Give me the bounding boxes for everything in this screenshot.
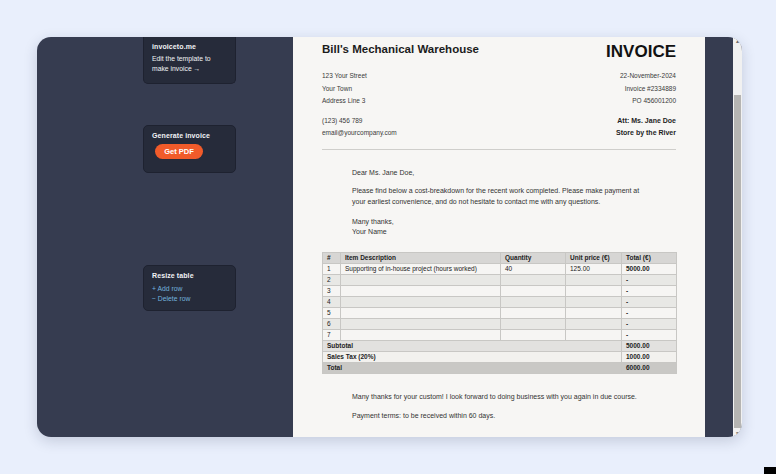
cell-total[interactable]: - [622, 285, 677, 296]
cell-desc[interactable] [341, 329, 501, 340]
sales-tax-row: Sales Tax (20%)1000.00 [323, 351, 677, 362]
table-row: 5- [323, 307, 677, 318]
cell-desc[interactable] [341, 307, 501, 318]
company-contact-block[interactable]: (123) 456 789 email@yourcompany.com [322, 115, 397, 139]
cell-num[interactable]: 7 [323, 329, 341, 340]
total-row-label[interactable]: Total [323, 362, 622, 373]
table-row: 6- [323, 318, 677, 329]
footer-notes[interactable]: Many thanks for your custom! I look forw… [352, 393, 676, 419]
cell-qty[interactable] [501, 296, 566, 307]
header-divider [322, 149, 676, 150]
invoice-meta-block[interactable]: 22-November-2024 Invoice #2334889 PO 456… [620, 70, 676, 108]
cell-desc[interactable] [341, 296, 501, 307]
company-address-block[interactable]: 123 Your Street Your Town Address Line 3 [322, 70, 367, 108]
cell-total[interactable]: - [622, 296, 677, 307]
brand-subtitle: Edit the template to make invoice → [152, 54, 227, 74]
generate-invoice-label: Generate invoice [152, 132, 227, 139]
sales-tax-row-label[interactable]: Sales Tax (20%) [323, 351, 622, 362]
phone-field[interactable]: (123) 456 789 [322, 115, 397, 127]
cell-qty[interactable] [501, 307, 566, 318]
cell-qty[interactable] [501, 274, 566, 285]
table-row: 1Supporting of in-house project (hours w… [323, 263, 677, 274]
subtotal-row-value[interactable]: 5000.00 [622, 340, 677, 351]
address-line-3[interactable]: Address Line 3 [322, 95, 367, 108]
scrollbar-thumb[interactable] [734, 95, 741, 428]
invoice-number-field[interactable]: Invoice #2334889 [620, 83, 676, 96]
header-num: # [323, 252, 341, 263]
table-row: 4- [323, 296, 677, 307]
letter-closing[interactable]: Many thanks, [352, 217, 676, 227]
resize-table-panel: Resize table + Add row − Delete row [143, 265, 236, 311]
attention-block[interactable]: Att: Ms. Jane Doe Store by the River [616, 115, 676, 139]
cell-num[interactable]: 6 [323, 318, 341, 329]
cell-total[interactable]: - [622, 329, 677, 340]
cell-num[interactable]: 5 [323, 307, 341, 318]
cell-price[interactable] [566, 296, 622, 307]
brand-title: invoiceto.me [152, 43, 227, 50]
subtotal-row: Subtotal5000.00 [323, 340, 677, 351]
invoice-title: INVOICE [606, 43, 676, 60]
generate-invoice-panel: Generate invoice Get PDF [143, 125, 236, 173]
table-row: 7- [323, 329, 677, 340]
cell-total[interactable]: - [622, 318, 677, 329]
header-quantity: Quantity [501, 252, 566, 263]
cell-qty[interactable] [501, 329, 566, 340]
cell-qty[interactable] [501, 318, 566, 329]
po-number-field[interactable]: PO 456001200 [620, 95, 676, 108]
cell-total[interactable]: - [622, 274, 677, 285]
table-header-row: # Item Description Quantity Unit price (… [323, 252, 677, 263]
cell-price[interactable] [566, 329, 622, 340]
corner-black-box [764, 467, 776, 474]
invoice-items-table: # Item Description Quantity Unit price (… [322, 252, 677, 374]
cell-desc[interactable] [341, 285, 501, 296]
resize-table-label: Resize table [152, 272, 227, 279]
cell-price[interactable] [566, 285, 622, 296]
email-field[interactable]: email@yourcompany.com [322, 127, 397, 139]
letter-signature[interactable]: Your Name [352, 227, 676, 237]
get-pdf-button[interactable]: Get PDF [155, 144, 203, 159]
cell-num[interactable]: 3 [323, 285, 341, 296]
header-description: Item Description [341, 252, 501, 263]
invoice-date-field[interactable]: 22-November-2024 [620, 70, 676, 83]
add-row-link[interactable]: + Add row [152, 284, 227, 294]
invoice-table-summary: Subtotal5000.00Sales Tax (20%)1000.00Tot… [323, 340, 677, 373]
cell-desc[interactable] [341, 318, 501, 329]
letter-block[interactable]: Dear Ms. Jane Doe, Please find below a c… [352, 169, 676, 237]
scrollbar-up-icon[interactable]: ▲ [733, 37, 742, 45]
cell-desc[interactable]: Supporting of in-house project (hours wo… [341, 263, 501, 274]
total-row: Total6000.00 [323, 362, 677, 373]
cell-desc[interactable] [341, 274, 501, 285]
cell-price[interactable] [566, 274, 622, 285]
footer-thanks[interactable]: Many thanks for your custom! I look forw… [352, 393, 676, 400]
screen: invoiceto.me Edit the template to make i… [0, 0, 776, 474]
cell-num[interactable]: 4 [323, 296, 341, 307]
attention-line-2[interactable]: Store by the River [616, 127, 676, 139]
header-total: Total (€) [622, 252, 677, 263]
attention-line-1[interactable]: Att: Ms. Jane Doe [616, 115, 676, 127]
total-row-value[interactable]: 6000.00 [622, 362, 677, 373]
footer-terms[interactable]: Payment terms: to be received within 60 … [352, 412, 676, 419]
cell-num[interactable]: 1 [323, 263, 341, 274]
cell-qty[interactable] [501, 285, 566, 296]
letter-body[interactable]: Please find below a cost-breakdown for t… [352, 185, 644, 208]
cell-qty[interactable]: 40 [501, 263, 566, 274]
cell-price[interactable] [566, 318, 622, 329]
cell-price[interactable]: 125.00 [566, 263, 622, 274]
cell-num[interactable]: 2 [323, 274, 341, 285]
company-name-field[interactable]: Bill's Mechanical Warehouse [322, 43, 479, 55]
delete-row-link[interactable]: − Delete row [152, 294, 227, 304]
letter-greeting[interactable]: Dear Ms. Jane Doe, [352, 169, 676, 176]
cell-price[interactable] [566, 307, 622, 318]
invoice-paper: Bill's Mechanical Warehouse INVOICE 123 … [293, 37, 705, 437]
address-line-2[interactable]: Your Town [322, 83, 367, 96]
address-line-1[interactable]: 123 Your Street [322, 70, 367, 83]
invoice-table-body: 1Supporting of in-house project (hours w… [323, 263, 677, 340]
scrollbar-down-icon[interactable]: ▼ [733, 429, 742, 437]
scrollbar[interactable]: ▲ ▼ [733, 37, 742, 437]
app-frame: invoiceto.me Edit the template to make i… [37, 37, 742, 437]
brand-panel: invoiceto.me Edit the template to make i… [143, 37, 236, 84]
sales-tax-row-value[interactable]: 1000.00 [622, 351, 677, 362]
cell-total[interactable]: 5000.00 [622, 263, 677, 274]
subtotal-row-label[interactable]: Subtotal [323, 340, 622, 351]
cell-total[interactable]: - [622, 307, 677, 318]
